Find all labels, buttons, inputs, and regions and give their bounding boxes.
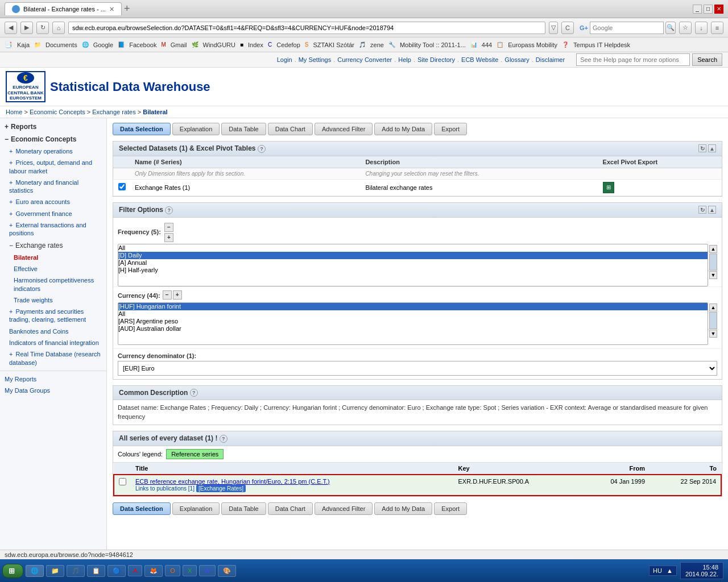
- add-to-my-data-btn-top[interactable]: Add to My Data: [374, 123, 432, 135]
- bookmark-kaja[interactable]: Kaja: [17, 41, 30, 48]
- address-bar[interactable]: [68, 22, 545, 34]
- my-settings-link[interactable]: My Settings: [299, 56, 331, 63]
- sidebar-my-data-groups[interactable]: My Data Groups: [0, 385, 106, 396]
- help-link[interactable]: Help: [398, 56, 411, 63]
- taskbar-media-btn[interactable]: 🎵: [67, 565, 85, 577]
- ecb-website-link[interactable]: ECB Website: [461, 56, 498, 63]
- sidebar-item-realtime[interactable]: + Real Time Database (research database): [0, 348, 106, 368]
- data-chart-btn-bottom[interactable]: Data Chart: [268, 502, 313, 515]
- datasets-collapse-btn[interactable]: ▲: [708, 144, 716, 152]
- curr-scroll-down[interactable]: ▼: [709, 330, 717, 338]
- sidebar-exchange-rates[interactable]: − Exchange rates: [0, 239, 106, 252]
- taskbar-word-btn[interactable]: W: [199, 565, 215, 576]
- menu-btn[interactable]: ≡: [711, 22, 723, 34]
- bookmark-sztaki[interactable]: SZTAKI Szótár: [313, 41, 354, 48]
- freq-annual[interactable]: [A] Annual: [118, 259, 708, 267]
- common-desc-help-icon[interactable]: ?: [190, 389, 198, 397]
- bookmark-btn[interactable]: ☆: [679, 22, 692, 34]
- restore-btn[interactable]: □: [704, 5, 713, 14]
- taskbar-ie-btn[interactable]: 🌐: [26, 565, 44, 577]
- browser-tab[interactable]: Bilateral - Exchange rates - ... ✕: [5, 2, 122, 15]
- currency-aud[interactable]: [AUD] Australian dollar: [118, 325, 708, 332]
- freq-scrollbar[interactable]: [709, 253, 717, 271]
- disclaimer-link[interactable]: Disclaimer: [536, 56, 565, 63]
- freq-scroll-up[interactable]: ▲: [709, 245, 717, 253]
- datasets-row1-checkbox[interactable]: [118, 183, 126, 190]
- bookmark-mobility[interactable]: Mobility Tool :: 2011-1...: [400, 41, 466, 48]
- start-button[interactable]: ⊞: [2, 564, 23, 578]
- bookmark-gmail[interactable]: Gmail: [171, 41, 187, 48]
- bookmark-europass[interactable]: Europass Mobility: [508, 41, 557, 48]
- bookmark-444[interactable]: 444: [482, 41, 492, 48]
- security-btn[interactable]: C: [561, 22, 574, 34]
- frequency-minus-btn[interactable]: −: [164, 223, 173, 232]
- data-selection-btn-top[interactable]: Data Selection: [113, 123, 171, 135]
- forward-btn[interactable]: ▶: [20, 22, 33, 34]
- series-row1-checkbox[interactable]: [119, 478, 126, 485]
- bookmark-facebook[interactable]: Facebook: [129, 41, 156, 48]
- taskbar-acrobat-btn[interactable]: A: [128, 565, 142, 576]
- google-search-btn[interactable]: 🔍: [665, 22, 676, 34]
- export-btn-top[interactable]: Export: [434, 123, 467, 135]
- back-btn[interactable]: ◀: [5, 22, 17, 34]
- currency-all[interactable]: All: [118, 310, 708, 318]
- freq-scroll-down[interactable]: ▼: [709, 271, 717, 279]
- sidebar-reports[interactable]: + Reports: [0, 120, 106, 133]
- sidebar-item-trade-weights[interactable]: Trade weights: [0, 294, 106, 306]
- explanation-btn-top[interactable]: Explanation: [172, 123, 220, 135]
- sidebar-item-prices[interactable]: + Prices, output, demand and labour mark…: [0, 157, 106, 177]
- bookmark-documents[interactable]: Documents: [46, 41, 77, 48]
- sidebar-item-government[interactable]: + Government finance: [0, 208, 106, 219]
- sidebar-item-banknotes[interactable]: Banknotes and Coins: [0, 326, 106, 337]
- sidebar-item-bilateral[interactable]: Bilateral: [0, 252, 106, 263]
- curr-scroll-up[interactable]: ▲: [709, 304, 717, 311]
- freq-halfyearly[interactable]: [H] Half-yearly: [118, 267, 708, 274]
- taskbar-excel-btn[interactable]: X: [183, 565, 197, 576]
- sidebar-item-monetary-financial[interactable]: + Monetary and financial statistics: [0, 177, 106, 197]
- filter-refresh-btn[interactable]: ↻: [698, 206, 706, 214]
- frequency-select[interactable]: All [D] Daily [A] Annual [H] Half-yearly: [118, 244, 708, 286]
- datasets-help-icon[interactable]: ?: [258, 145, 266, 153]
- filter-help-icon[interactable]: ?: [165, 206, 173, 214]
- glossary-link[interactable]: Glossary: [504, 56, 529, 63]
- freq-daily[interactable]: [D] Daily: [118, 252, 708, 259]
- bookmark-cedefop[interactable]: Cedefop: [276, 41, 300, 48]
- taskbar-firefox-btn[interactable]: 🦊: [144, 565, 163, 577]
- bookmark-windguru[interactable]: WindGURU: [203, 41, 235, 48]
- taskbar-explorer-btn[interactable]: 📁: [46, 565, 64, 577]
- advanced-filter-btn-top[interactable]: Advanced Filter: [315, 123, 373, 135]
- explanation-btn-bottom[interactable]: Explanation: [172, 502, 220, 515]
- refresh-btn[interactable]: ▽: [549, 22, 558, 34]
- bookmark-tempus[interactable]: Tempus IT Helpdesk: [573, 41, 630, 48]
- frequency-plus-btn[interactable]: +: [164, 233, 173, 242]
- tab-close-btn[interactable]: ✕: [109, 6, 114, 13]
- currency-converter-link[interactable]: Currency Converter: [337, 56, 392, 63]
- advanced-filter-btn-bottom[interactable]: Advanced Filter: [315, 502, 373, 515]
- bookmark-index[interactable]: Index: [248, 41, 263, 48]
- login-link[interactable]: Login: [277, 56, 292, 63]
- currency-ars[interactable]: [ARS] Argentine peso: [118, 318, 708, 325]
- site-directory-link[interactable]: Site Directory: [417, 56, 455, 63]
- google-search-input[interactable]: [590, 22, 664, 34]
- taskbar-chrome-btn[interactable]: 🔵: [107, 565, 126, 577]
- home-btn[interactable]: ⌂: [52, 22, 65, 34]
- currency-select[interactable]: [HUF] Hungarian forint All [ARS] Argenti…: [118, 302, 708, 345]
- sidebar-economic-concepts[interactable]: − Economic Concepts: [0, 133, 106, 146]
- datasets-refresh-btn[interactable]: ↻: [698, 144, 706, 152]
- currency-huf[interactable]: [HUF] Hungarian forint: [118, 303, 708, 310]
- sidebar-item-external[interactable]: + External transactions and positions: [0, 219, 106, 239]
- currency-minus-btn[interactable]: −: [163, 290, 172, 300]
- series-row1-publication-link[interactable]: Links to publications [1]: [135, 485, 195, 492]
- filter-collapse-btn[interactable]: ▲: [708, 206, 716, 214]
- data-selection-btn-bottom[interactable]: Data Selection: [113, 502, 171, 515]
- sidebar-item-effective[interactable]: Effective: [0, 263, 106, 275]
- currency-denom-select[interactable]: [EUR] Euro: [118, 361, 717, 376]
- sidebar-item-indicators[interactable]: Indicators of financial integration: [0, 337, 106, 348]
- data-table-btn-bottom[interactable]: Data Table: [221, 502, 266, 515]
- taskbar-outlook-btn[interactable]: O: [165, 565, 180, 576]
- breadcrumb-economic-concepts[interactable]: Economic Concepts: [30, 109, 85, 115]
- breadcrumb-exchange-rates[interactable]: Exchange rates: [92, 109, 135, 115]
- taskbar-paint-btn[interactable]: 🎨: [218, 565, 236, 577]
- site-search-btn[interactable]: Search: [692, 53, 722, 66]
- export-btn-bottom[interactable]: Export: [434, 502, 467, 515]
